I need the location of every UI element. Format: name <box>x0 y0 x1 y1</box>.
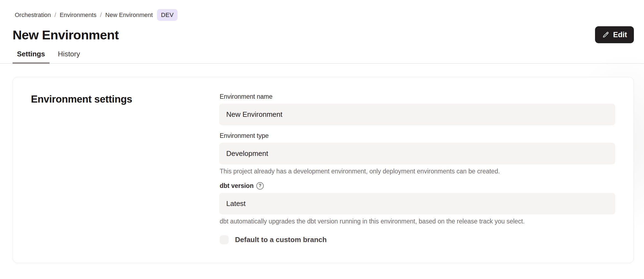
dbt-version-helper-text: dbt automatically upgrades the dbt versi… <box>220 217 615 225</box>
settings-form: Environment name New Environment Environ… <box>219 93 615 245</box>
question-mark-circle-icon[interactable]: ? <box>256 182 264 190</box>
edit-button-label: Edit <box>613 31 627 39</box>
edit-button[interactable]: Edit <box>595 26 634 43</box>
environment-type-field: Environment type Development This projec… <box>219 132 615 175</box>
tab-settings[interactable]: Settings <box>13 50 50 63</box>
dbt-version-label-text: dbt version <box>220 182 254 190</box>
dbt-version-label: dbt version ? <box>220 182 615 190</box>
environment-name-label: Environment name <box>220 93 615 100</box>
pencil-icon <box>602 31 610 39</box>
custom-branch-label: Default to a custom branch <box>235 236 327 244</box>
dbt-version-field: dbt version ? Latest dbt automatically u… <box>219 182 615 225</box>
page-title: New Environment <box>13 27 119 42</box>
environment-type-helper-text: This project already has a development e… <box>220 167 615 175</box>
custom-branch-row: Default to a custom branch <box>219 235 615 244</box>
dbt-version-select[interactable]: Latest <box>219 193 615 214</box>
tab-bar: Settings History <box>0 50 644 64</box>
breadcrumb-separator: / <box>100 11 102 19</box>
dev-environment-badge: DEV <box>157 9 177 21</box>
breadcrumb-item-orchestration[interactable]: Orchestration <box>15 11 51 19</box>
environment-type-select[interactable]: Development <box>219 143 615 164</box>
environment-name-input[interactable]: New Environment <box>219 104 615 125</box>
environment-type-label: Environment type <box>220 132 615 140</box>
page-header: New Environment Edit <box>13 26 634 43</box>
breadcrumb-separator: / <box>54 11 56 19</box>
section-heading: Environment settings <box>31 94 219 105</box>
custom-branch-checkbox[interactable] <box>220 235 229 244</box>
breadcrumb: Orchestration / Environments / New Envir… <box>15 9 634 21</box>
tab-history[interactable]: History <box>54 50 85 63</box>
environment-settings-card: Environment settings Environment name Ne… <box>13 77 634 263</box>
environment-name-field: Environment name New Environment <box>219 93 615 125</box>
breadcrumb-item-new-environment[interactable]: New Environment <box>105 11 153 19</box>
breadcrumb-item-environments[interactable]: Environments <box>60 11 97 19</box>
